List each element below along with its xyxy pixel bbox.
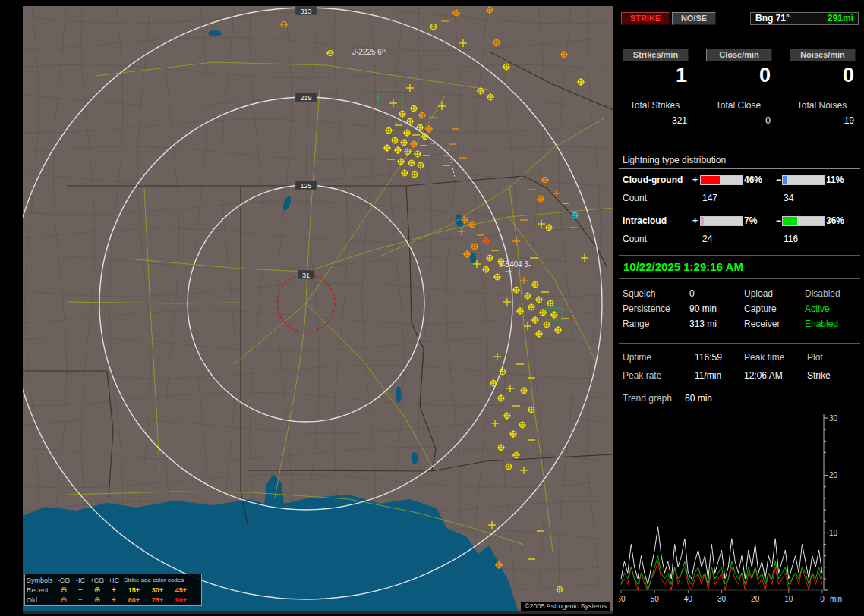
ic-minus-percent: 36% <box>826 215 844 226</box>
distribution-title: Lightning type distribution <box>619 155 860 169</box>
noises-per-min-value: 0 <box>790 64 856 87</box>
persistence-value: 90 min <box>689 303 717 314</box>
svg-text:min: min <box>830 595 842 603</box>
noises-per-min-button[interactable]: Noises/min <box>790 49 856 61</box>
ic-plus-count: 24 <box>702 234 712 244</box>
divider <box>619 343 860 344</box>
bearing-value: Bng 71° <box>755 13 790 24</box>
legend-row: Old⊖−⊕+60+75+90+ <box>27 595 200 605</box>
upload-status: Disabled <box>805 288 840 299</box>
plot-value: Strike <box>807 370 831 381</box>
trend-window-value: 60 min <box>685 393 712 404</box>
peak-rate-value: 11/min <box>695 370 721 381</box>
cg-minus-sign: − <box>776 174 781 185</box>
map-legend: Symbols-CG-IC+CG+ICStrike age color code… <box>24 574 202 606</box>
bearing-range: 291mi <box>828 13 853 24</box>
svg-text:31: 31 <box>302 272 310 279</box>
cg-count-label: Count <box>623 193 647 203</box>
strikes-per-min-button[interactable]: Strikes/min <box>623 49 689 61</box>
cg-plus-percent: 46% <box>744 174 762 185</box>
svg-text:30: 30 <box>717 595 727 603</box>
range-label: Range <box>623 319 649 329</box>
svg-text:10: 10 <box>829 529 838 537</box>
ic-count-label: Count <box>623 234 647 244</box>
capture-label: Capture <box>744 303 777 314</box>
intracloud-label: Intracloud <box>623 215 667 226</box>
lightning-map[interactable]: 31321912531 J-2225 6^J-8404 3- Symbols-C… <box>23 6 613 611</box>
persistence-label: Persistence <box>623 303 670 314</box>
total-strikes-value: 321 <box>623 115 689 126</box>
copyright-text: ©2005 Astrogenic Systems <box>521 602 610 611</box>
window-bottom-strip <box>23 611 613 614</box>
plot-label: Plot <box>807 352 823 363</box>
ic-minus-sign: − <box>776 215 781 226</box>
squelch-label: Squelch <box>623 288 655 299</box>
svg-text:20: 20 <box>829 471 838 479</box>
svg-text:40: 40 <box>684 595 693 603</box>
svg-text:10: 10 <box>784 595 793 603</box>
total-close-value: 0 <box>706 115 772 126</box>
cloud-ground-label: Cloud-ground <box>623 174 683 185</box>
cg-minus-percent: 11% <box>826 174 844 185</box>
legend-header: Symbols-CG-IC+CG+ICStrike age color code… <box>27 575 200 585</box>
ic-negative-gauge <box>782 216 825 226</box>
peak-time-value: 12:06 AM <box>744 370 783 381</box>
svg-text:125: 125 <box>300 182 311 190</box>
total-close-label: Total Close <box>702 100 774 111</box>
cg-plus-sign: + <box>692 174 698 185</box>
cg-minus-count: 34 <box>784 193 793 203</box>
svg-text:30: 30 <box>829 414 838 423</box>
receiver-label: Receiver <box>744 319 780 329</box>
bearing-display: Bng 71° 291mi <box>750 12 859 25</box>
peak-rate-label: Peak rate <box>623 370 661 381</box>
trend-graph-label: Trend graph <box>623 393 672 404</box>
ic-plus-sign: + <box>692 215 698 226</box>
strike-button[interactable]: STRIKE <box>621 12 670 25</box>
noise-button[interactable]: NOISE <box>672 12 716 25</box>
svg-text:0: 0 <box>820 595 825 603</box>
cg-positive-gauge <box>700 175 743 185</box>
svg-text:219: 219 <box>300 94 311 102</box>
svg-text:50: 50 <box>651 595 660 603</box>
svg-text:20: 20 <box>751 595 760 603</box>
trend-graph: 1020306050403020100min <box>619 407 860 610</box>
datetime-display: 10/22/2025 1:29:16 AM <box>619 255 860 279</box>
ic-minus-count: 116 <box>784 234 798 244</box>
total-strikes-label: Total Strikes <box>619 100 691 111</box>
svg-text:313: 313 <box>300 8 311 15</box>
squelch-value: 0 <box>689 288 695 299</box>
close-per-min-value: 0 <box>706 64 772 87</box>
close-per-min-button[interactable]: Close/min <box>706 49 772 61</box>
uptime-value: 116:59 <box>695 352 722 363</box>
svg-text:60: 60 <box>619 595 626 603</box>
receiver-status: Enabled <box>805 319 838 329</box>
uptime-label: Uptime <box>623 352 651 363</box>
ic-plus-percent: 7% <box>744 215 757 226</box>
cg-plus-count: 147 <box>702 193 717 203</box>
legend-row: Recent⊖−⊕+15+30+45+ <box>27 585 200 595</box>
capture-status: Active <box>805 303 830 314</box>
cg-negative-gauge <box>782 175 825 185</box>
total-noises-value: 19 <box>790 115 856 126</box>
svg-text:J-2225 6^: J-2225 6^ <box>352 48 386 56</box>
upload-label: Upload <box>744 288 773 299</box>
control-panel: STRIKE NOISE Bng 71° 291mi Strikes/min C… <box>619 6 860 611</box>
map-canvas: 31321912531 J-2225 6^J-8404 3- <box>23 6 613 611</box>
total-noises-label: Total Noises <box>786 100 858 111</box>
strikes-per-min-value: 1 <box>623 64 689 87</box>
ic-positive-gauge <box>700 216 743 226</box>
range-value: 313 mi <box>689 319 717 329</box>
peak-time-label: Peak time <box>744 352 784 363</box>
